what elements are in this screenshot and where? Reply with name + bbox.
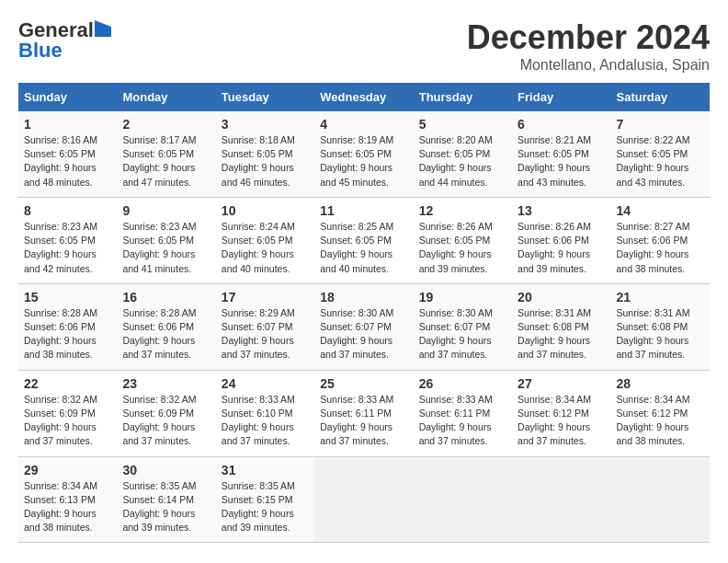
day-number: 5 [419,117,506,132]
day-info: Sunrise: 8:34 AM Sunset: 6:12 PM Dayligh… [617,393,704,449]
day-info: Sunrise: 8:28 AM Sunset: 6:06 PM Dayligh… [122,306,210,362]
calendar-cell: 22Sunrise: 8:32 AM Sunset: 6:09 PM Dayli… [18,370,117,456]
day-info: Sunrise: 8:18 AM Sunset: 6:05 PM Dayligh… [222,133,309,190]
calendar-cell: 1Sunrise: 8:16 AM Sunset: 6:05 PM Daylig… [18,111,117,197]
calendar-cell: 5Sunrise: 8:20 AM Sunset: 6:05 PM Daylig… [414,111,512,197]
logo: General Blue [18,18,111,63]
day-info: Sunrise: 8:30 AM Sunset: 6:07 PM Dayligh… [320,306,407,362]
calendar-week-1: 1Sunrise: 8:16 AM Sunset: 6:05 PM Daylig… [18,111,710,197]
day-number: 20 [518,290,605,304]
day-info: Sunrise: 8:28 AM Sunset: 6:06 PM Dayligh… [24,306,111,362]
calendar-cell [414,456,512,543]
calendar-cell: 14Sunrise: 8:27 AM Sunset: 6:06 PM Dayli… [611,197,710,283]
calendar-week-2: 8Sunrise: 8:23 AM Sunset: 6:05 PM Daylig… [18,197,710,283]
day-number: 7 [617,117,704,132]
day-number: 10 [222,203,309,218]
day-number: 3 [222,117,309,132]
day-info: Sunrise: 8:23 AM Sunset: 6:05 PM Dayligh… [122,220,210,276]
page-header: General Blue December 2024 Montellano, A… [18,18,710,74]
day-number: 12 [419,203,506,218]
calendar-week-4: 22Sunrise: 8:32 AM Sunset: 6:09 PM Dayli… [18,370,710,456]
calendar-cell: 25Sunrise: 8:33 AM Sunset: 6:11 PM Dayli… [314,370,413,456]
calendar-cell: 29Sunrise: 8:34 AM Sunset: 6:13 PM Dayli… [18,456,117,543]
calendar-table: Sunday Monday Tuesday Wednesday Thursday… [18,83,710,543]
calendar-cell [512,456,610,543]
day-info: Sunrise: 8:25 AM Sunset: 6:05 PM Dayligh… [320,220,407,276]
calendar-week-5: 29Sunrise: 8:34 AM Sunset: 6:13 PM Dayli… [18,456,710,543]
calendar-title: December 2024 [467,18,710,57]
day-number: 16 [122,290,210,304]
day-info: Sunrise: 8:33 AM Sunset: 6:11 PM Dayligh… [419,393,506,449]
day-number: 31 [222,463,309,477]
calendar-cell: 3Sunrise: 8:18 AM Sunset: 6:05 PM Daylig… [216,111,314,197]
day-number: 9 [122,203,210,218]
day-info: Sunrise: 8:30 AM Sunset: 6:07 PM Dayligh… [419,306,506,362]
logo-icon [95,20,111,37]
day-info: Sunrise: 8:19 AM Sunset: 6:05 PM Dayligh… [320,133,407,190]
day-info: Sunrise: 8:22 AM Sunset: 6:05 PM Dayligh… [617,133,704,190]
header-wednesday: Wednesday [314,83,413,111]
day-number: 25 [320,376,407,391]
day-number: 24 [222,376,309,391]
calendar-cell: 28Sunrise: 8:34 AM Sunset: 6:12 PM Dayli… [611,370,710,456]
calendar-cell: 20Sunrise: 8:31 AM Sunset: 6:08 PM Dayli… [512,283,610,370]
header-saturday: Saturday [611,83,710,111]
calendar-cell: 31Sunrise: 8:35 AM Sunset: 6:15 PM Dayli… [216,456,314,543]
day-info: Sunrise: 8:23 AM Sunset: 6:05 PM Dayligh… [24,220,111,276]
day-info: Sunrise: 8:31 AM Sunset: 6:08 PM Dayligh… [617,306,704,362]
day-info: Sunrise: 8:16 AM Sunset: 6:05 PM Dayligh… [24,133,111,190]
day-number: 4 [320,117,407,132]
calendar-cell: 21Sunrise: 8:31 AM Sunset: 6:08 PM Dayli… [611,283,710,370]
day-info: Sunrise: 8:17 AM Sunset: 6:05 PM Dayligh… [122,133,210,190]
day-number: 23 [122,376,210,391]
day-info: Sunrise: 8:29 AM Sunset: 6:07 PM Dayligh… [222,306,309,362]
day-info: Sunrise: 8:21 AM Sunset: 6:05 PM Dayligh… [518,133,605,190]
day-info: Sunrise: 8:31 AM Sunset: 6:08 PM Dayligh… [518,306,605,362]
calendar-cell: 6Sunrise: 8:21 AM Sunset: 6:05 PM Daylig… [512,111,610,197]
header-row: Sunday Monday Tuesday Wednesday Thursday… [18,83,710,111]
calendar-cell: 9Sunrise: 8:23 AM Sunset: 6:05 PM Daylig… [117,197,215,283]
day-info: Sunrise: 8:32 AM Sunset: 6:09 PM Dayligh… [122,393,210,449]
day-number: 17 [222,290,309,304]
day-info: Sunrise: 8:35 AM Sunset: 6:15 PM Dayligh… [222,479,309,535]
day-number: 18 [320,290,407,304]
day-info: Sunrise: 8:33 AM Sunset: 6:11 PM Dayligh… [320,393,407,449]
day-info: Sunrise: 8:32 AM Sunset: 6:09 PM Dayligh… [24,393,111,449]
day-number: 6 [518,117,605,132]
calendar-subtitle: Montellano, Andalusia, Spain [467,57,710,74]
calendar-cell: 15Sunrise: 8:28 AM Sunset: 6:06 PM Dayli… [18,283,117,370]
day-info: Sunrise: 8:24 AM Sunset: 6:05 PM Dayligh… [222,220,309,276]
calendar-cell: 27Sunrise: 8:34 AM Sunset: 6:12 PM Dayli… [512,370,610,456]
day-info: Sunrise: 8:34 AM Sunset: 6:13 PM Dayligh… [24,479,111,535]
day-info: Sunrise: 8:20 AM Sunset: 6:05 PM Dayligh… [419,133,506,190]
calendar-cell: 2Sunrise: 8:17 AM Sunset: 6:05 PM Daylig… [117,111,215,197]
day-number: 8 [24,203,111,218]
calendar-cell: 16Sunrise: 8:28 AM Sunset: 6:06 PM Dayli… [117,283,215,370]
header-thursday: Thursday [414,83,512,111]
calendar-cell: 30Sunrise: 8:35 AM Sunset: 6:14 PM Dayli… [117,456,215,543]
day-info: Sunrise: 8:35 AM Sunset: 6:14 PM Dayligh… [122,479,210,535]
day-number: 19 [419,290,506,304]
svg-marker-0 [95,20,111,37]
calendar-cell: 17Sunrise: 8:29 AM Sunset: 6:07 PM Dayli… [216,283,314,370]
day-number: 29 [24,463,111,477]
day-info: Sunrise: 8:26 AM Sunset: 6:06 PM Dayligh… [518,220,605,276]
calendar-cell: 26Sunrise: 8:33 AM Sunset: 6:11 PM Dayli… [414,370,512,456]
day-number: 15 [24,290,111,304]
calendar-cell: 18Sunrise: 8:30 AM Sunset: 6:07 PM Dayli… [314,283,413,370]
calendar-cell: 19Sunrise: 8:30 AM Sunset: 6:07 PM Dayli… [414,283,512,370]
calendar-cell: 12Sunrise: 8:26 AM Sunset: 6:05 PM Dayli… [414,197,512,283]
logo-blue: Blue [18,39,63,63]
day-number: 22 [24,376,111,391]
calendar-cell: 13Sunrise: 8:26 AM Sunset: 6:06 PM Dayli… [512,197,610,283]
day-info: Sunrise: 8:26 AM Sunset: 6:05 PM Dayligh… [419,220,506,276]
title-area: December 2024 Montellano, Andalusia, Spa… [467,18,710,74]
day-number: 2 [122,117,210,132]
day-number: 11 [320,203,407,218]
day-info: Sunrise: 8:34 AM Sunset: 6:12 PM Dayligh… [518,393,605,449]
calendar-cell: 8Sunrise: 8:23 AM Sunset: 6:05 PM Daylig… [18,197,117,283]
day-number: 1 [24,117,111,132]
day-number: 28 [617,376,704,391]
calendar-week-3: 15Sunrise: 8:28 AM Sunset: 6:06 PM Dayli… [18,283,710,370]
calendar-cell: 10Sunrise: 8:24 AM Sunset: 6:05 PM Dayli… [216,197,314,283]
